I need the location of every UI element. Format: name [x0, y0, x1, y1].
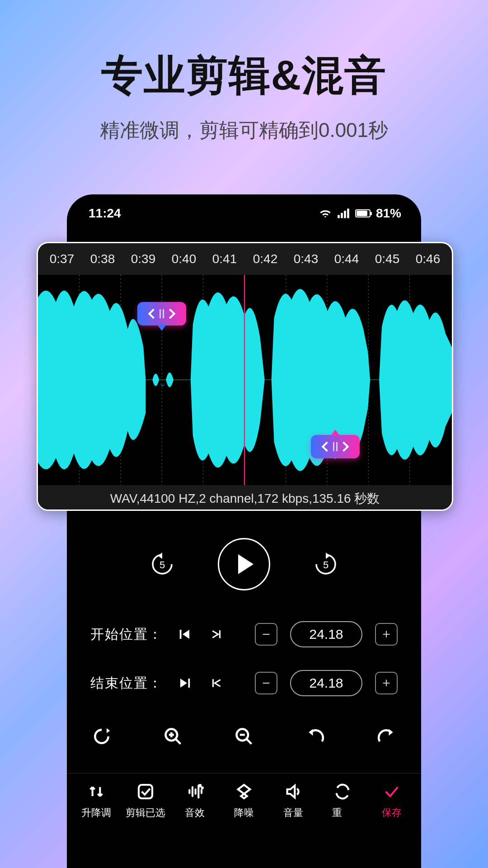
- play-icon: [238, 554, 253, 574]
- pitch-icon: [86, 782, 106, 802]
- ruler-tick: 0:44: [326, 252, 367, 266]
- play-button[interactable]: [218, 538, 270, 590]
- save-button[interactable]: 保存: [367, 782, 417, 820]
- ruler-tick: 0:40: [164, 252, 204, 266]
- svg-rect-1: [341, 213, 343, 218]
- phone-frame: 11:24 81% 0:37 0:38 0:39 0:40 0:41 0:42 …: [67, 194, 421, 868]
- ruler-tick: 0:38: [82, 252, 123, 266]
- trim-selected-button[interactable]: 剪辑已选: [121, 782, 170, 820]
- promo-title: 专业剪辑&混音: [0, 0, 488, 104]
- waveform-area[interactable]: [38, 275, 452, 485]
- promo-subtitle: 精准微调，剪辑可精确到0.001秒: [0, 104, 488, 144]
- end-position-label: 结束位置：: [90, 674, 163, 693]
- zoom-history-tools: [67, 724, 421, 749]
- pitch-shift-button[interactable]: 升降调: [71, 782, 121, 820]
- step-to-end-icon[interactable]: [207, 627, 226, 641]
- skip-seconds: 5: [323, 559, 328, 571]
- undo-button[interactable]: [303, 724, 328, 749]
- ruler-tick: 0:43: [286, 252, 326, 266]
- ruler-tick: 0:42: [245, 252, 286, 266]
- svg-line-23: [247, 739, 252, 744]
- wifi-icon: [319, 208, 332, 219]
- save-label: 保存: [382, 806, 402, 820]
- signal-icon: [337, 208, 350, 219]
- bottom-toolbar: 升降调 剪辑已选 音效 降噪 音量 重 保存: [67, 773, 421, 820]
- status-bar: 11:24 81%: [67, 194, 421, 228]
- end-position-value[interactable]: 24.18: [290, 670, 362, 696]
- reset-zoom-button[interactable]: [89, 724, 114, 749]
- svg-rect-3: [347, 209, 349, 218]
- ruler-tick: 0:41: [204, 252, 245, 266]
- reset-button-partial[interactable]: 重: [318, 782, 367, 820]
- transport-controls: 5 5: [67, 538, 421, 590]
- redo-button[interactable]: [374, 724, 399, 749]
- rewind-5-button[interactable]: 5: [145, 547, 179, 581]
- battery-icon: [355, 209, 371, 217]
- reset-icon: [332, 782, 353, 802]
- trim-label: 剪辑已选: [126, 806, 165, 820]
- effects-icon: [185, 782, 205, 802]
- goto-end-icon[interactable]: [175, 676, 194, 690]
- effects-button[interactable]: 音效: [170, 782, 219, 820]
- volume-label: 音量: [283, 806, 303, 820]
- start-position-label: 开始位置：: [90, 625, 163, 644]
- ruler-tick: 0:45: [367, 252, 408, 266]
- denoise-button[interactable]: 降噪: [219, 782, 268, 820]
- decrement-end-button[interactable]: −: [255, 672, 277, 694]
- selection-end-handle[interactable]: [311, 435, 360, 458]
- zoom-in-button[interactable]: [161, 724, 185, 749]
- waveform-editor: 0:37 0:38 0:39 0:40 0:41 0:42 0:43 0:44 …: [37, 242, 453, 511]
- forward-5-button[interactable]: 5: [309, 547, 343, 581]
- decrement-start-button[interactable]: −: [255, 623, 277, 646]
- svg-rect-2: [344, 211, 346, 218]
- volume-icon: [283, 782, 303, 802]
- ruler-tick: 0:46: [408, 252, 448, 266]
- end-position-row: 结束位置： − 24.18 +: [67, 670, 421, 696]
- start-position-value[interactable]: 24.18: [290, 621, 362, 647]
- denoise-icon: [234, 782, 254, 802]
- goto-start-icon[interactable]: [175, 627, 194, 641]
- svg-line-19: [175, 739, 180, 744]
- status-right: 81%: [319, 206, 401, 221]
- svg-point-32: [202, 788, 202, 788]
- svg-rect-14: [180, 630, 182, 639]
- reset-label: 重: [332, 806, 353, 820]
- ruler-tick: 0:39: [123, 252, 164, 266]
- check-box-icon: [136, 782, 155, 802]
- time-ruler: 0:37 0:38 0:39 0:40 0:41 0:42 0:43 0:44 …: [38, 243, 452, 275]
- increment-start-button[interactable]: +: [375, 623, 398, 646]
- audio-info: WAV,44100 HZ,2 channel,172 kbps,135.16 秒…: [38, 485, 452, 511]
- skip-seconds: 5: [160, 559, 165, 571]
- ruler-tick: 0:37: [42, 252, 82, 266]
- svg-rect-0: [338, 215, 340, 218]
- svg-rect-25: [139, 785, 152, 798]
- denoise-label: 降噪: [234, 806, 254, 820]
- pitch-label: 升降调: [81, 806, 111, 820]
- increment-end-button[interactable]: +: [375, 672, 398, 694]
- selection-start-handle[interactable]: [137, 302, 186, 326]
- zoom-out-button[interactable]: [232, 724, 256, 749]
- start-position-row: 开始位置： − 24.18 +: [67, 621, 421, 647]
- status-time: 11:24: [89, 206, 121, 221]
- effects-label: 音效: [185, 806, 205, 820]
- check-icon: [382, 782, 402, 802]
- svg-point-31: [199, 785, 201, 786]
- battery-percent: 81%: [376, 206, 401, 221]
- svg-rect-16: [188, 679, 190, 688]
- step-to-start-icon[interactable]: [207, 676, 226, 690]
- volume-button[interactable]: 音量: [269, 782, 318, 820]
